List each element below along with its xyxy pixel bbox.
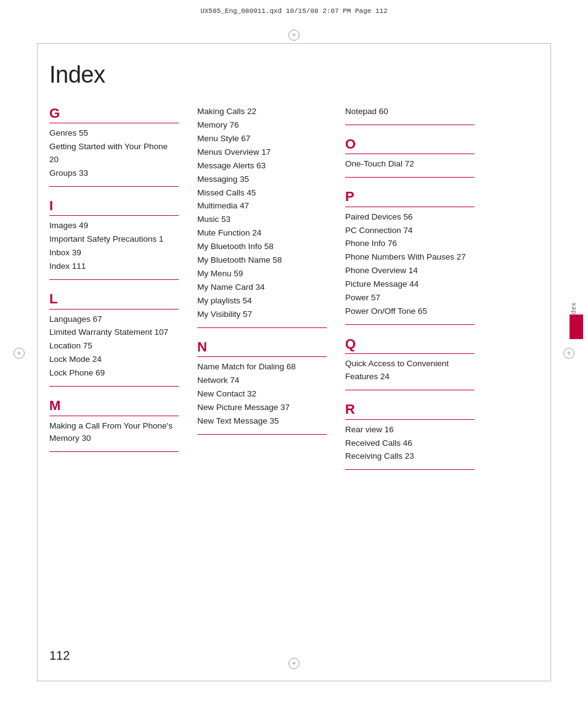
section-divider-Q xyxy=(345,353,475,354)
list-item: Menu Style 67 xyxy=(197,133,327,146)
list-item: Rear view 16 xyxy=(345,424,475,437)
list-item: PC Connection 74 xyxy=(345,224,475,237)
list-item: Making Calls 22 xyxy=(197,105,327,118)
section-1-1: NName Match for Dialing 68Network 74New … xyxy=(197,339,327,435)
section-2-4: RRear view 16Received Calls 46Receiving … xyxy=(345,401,475,470)
page-title: Index xyxy=(49,62,557,88)
section-letter-R: R xyxy=(345,401,475,417)
list-item: Phone Info 76 xyxy=(345,237,475,250)
list-item: Index 111 xyxy=(49,260,179,273)
list-item: Mute Function 24 xyxy=(197,227,327,240)
section-divider-G xyxy=(49,123,179,123)
section-letter-P: P xyxy=(345,189,475,205)
section-letter-M: M xyxy=(49,398,179,414)
border-bottom xyxy=(37,681,551,681)
list-item: Phone Overview 14 xyxy=(345,265,475,277)
section-0-1: IImages 49Important Safety Precautions 1… xyxy=(49,198,179,280)
section-0-3: MMaking a Call From Your Phone's Memory … xyxy=(49,398,179,452)
list-item: Limited Warranty Statement 107 xyxy=(49,326,179,339)
list-item: Lock Mode 24 xyxy=(49,353,179,366)
list-item: Name Match for Dialing 68 xyxy=(197,361,327,374)
section-letter-L: L xyxy=(49,291,179,307)
list-item: Received Calls 46 xyxy=(345,437,475,450)
section-bottom-divider xyxy=(345,390,475,390)
list-item: Music 53 xyxy=(197,213,327,226)
column-1: Making Calls 22Memory 76Menu Style 67Men… xyxy=(197,105,327,446)
list-item: Message Alerts 63 xyxy=(197,160,327,173)
list-item: Quick Access to Convenient Features 24 xyxy=(345,358,475,384)
page: UX585_Eng_080911.qxd 10/15/08 2:07 PM Pa… xyxy=(0,0,588,706)
list-item: Paired Devices 56 xyxy=(345,211,475,224)
reg-mark-left xyxy=(14,348,25,359)
side-tab-bar xyxy=(570,314,583,339)
section-divider-P xyxy=(345,207,475,207)
list-item: Lock Phone 69 xyxy=(49,367,179,380)
list-item: Missed Calls 45 xyxy=(197,187,327,200)
section-bottom-divider xyxy=(49,186,179,187)
reg-mark-right xyxy=(563,348,574,359)
section-letter-O: O xyxy=(345,136,475,152)
section-bottom-divider xyxy=(49,386,179,387)
section-0-0: GGenres 55Getting Started with Your Phon… xyxy=(49,105,179,187)
section-bottom-divider xyxy=(49,279,179,280)
section-letter-Q: Q xyxy=(345,336,475,352)
list-item: Receiving Calls 23 xyxy=(345,450,475,463)
section-2-2: PPaired Devices 56PC Connection 74Phone … xyxy=(345,189,475,325)
list-item: New Text Message 35 xyxy=(197,415,327,428)
section-letter-N: N xyxy=(197,339,327,355)
list-item: Groups 33 xyxy=(49,167,179,180)
index-grid: GGenres 55Getting Started with Your Phon… xyxy=(49,105,557,481)
list-item: Power On/Off Tone 65 xyxy=(345,305,475,318)
section-divider-M xyxy=(49,416,179,416)
list-item: Phone Numbers With Pauses 27 xyxy=(345,251,475,264)
list-item: My Bluetooth Name 58 xyxy=(197,254,327,267)
list-item: Picture Message 44 xyxy=(345,278,475,291)
column-2: Notepad 60OOne-Touch Dial 72PPaired Devi… xyxy=(345,105,475,481)
list-item: Inbox 39 xyxy=(49,247,179,260)
main-content: Index GGenres 55Getting Started with You… xyxy=(49,62,557,632)
header-bar: UX585_Eng_080911.qxd 10/15/08 2:07 PM Pa… xyxy=(37,7,551,15)
list-item: Getting Started with Your Phone 20 xyxy=(49,141,179,166)
column-0: GGenres 55Getting Started with Your Phon… xyxy=(49,105,179,463)
list-item: My Bluetooth Info 58 xyxy=(197,240,327,253)
list-item: Notepad 60 xyxy=(345,105,475,118)
section-2-0: Notepad 60 xyxy=(345,105,475,125)
section-letter-I: I xyxy=(49,198,179,214)
list-item: My Menu 59 xyxy=(197,268,327,281)
reg-mark-top xyxy=(288,30,300,41)
list-item: Languages 67 xyxy=(49,313,179,326)
section-bottom-divider xyxy=(197,327,327,328)
list-item: Making a Call From Your Phone's Memory 3… xyxy=(49,420,179,446)
section-0-2: LLanguages 67Limited Warranty Statement … xyxy=(49,291,179,387)
list-item: Location 75 xyxy=(49,340,179,353)
list-item: Memory 76 xyxy=(197,119,327,132)
header-filename: UX585_Eng_080911.qxd 10/15/08 2:07 PM Pa… xyxy=(200,7,388,15)
section-bottom-divider xyxy=(49,451,179,452)
section-1-0: Making Calls 22Memory 76Menu Style 67Men… xyxy=(197,105,327,328)
list-item: Images 49 xyxy=(49,220,179,232)
list-item: One-Touch Dial 72 xyxy=(345,158,475,171)
section-divider-I xyxy=(49,215,179,216)
list-item: Power 57 xyxy=(345,292,475,305)
section-bottom-divider xyxy=(345,125,475,125)
list-item: Multimedia 47 xyxy=(197,200,327,213)
border-top xyxy=(37,43,551,44)
reg-mark-bottom xyxy=(288,658,300,669)
section-divider-N xyxy=(197,356,327,357)
list-item: My Visibility 57 xyxy=(197,308,327,321)
section-divider-L xyxy=(49,309,179,310)
section-bottom-divider xyxy=(345,177,475,178)
section-divider-R xyxy=(345,419,475,420)
section-letter-G: G xyxy=(49,105,179,121)
border-left xyxy=(37,43,38,681)
list-item: My playlists 54 xyxy=(197,295,327,308)
section-2-1: OOne-Touch Dial 72 xyxy=(345,136,475,178)
list-item: New Picture Message 37 xyxy=(197,401,327,414)
list-item: Important Safety Precautions 1 xyxy=(49,233,179,246)
list-item: Network 74 xyxy=(197,374,327,387)
section-2-3: QQuick Access to Convenient Features 24 xyxy=(345,336,475,390)
section-bottom-divider xyxy=(345,469,475,470)
list-item: Messaging 35 xyxy=(197,173,327,186)
page-number: 112 xyxy=(49,649,70,663)
section-bottom-divider xyxy=(197,434,327,435)
